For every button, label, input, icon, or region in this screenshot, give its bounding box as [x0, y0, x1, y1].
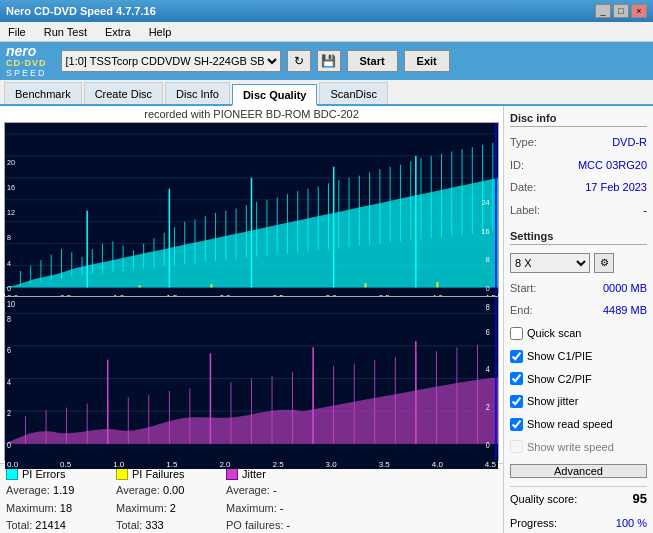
close-button[interactable]: ×	[631, 4, 647, 18]
jitter-avg-row: Average: -	[226, 482, 316, 500]
end-mb-value: 4489 MB	[603, 301, 647, 320]
quality-score-value: 95	[633, 491, 647, 506]
main-content: recorded with PIONEER BD-ROM BDC-202	[0, 106, 653, 533]
advanced-button[interactable]: Advanced	[510, 464, 647, 478]
disc-info-title: Disc info	[510, 112, 647, 127]
menu-run-test[interactable]: Run Test	[40, 24, 91, 40]
show-c1pie-row: Show C1/PIE	[510, 347, 647, 366]
disc-type-value: DVD-R	[612, 133, 647, 152]
svg-text:4: 4	[486, 365, 490, 375]
svg-text:8: 8	[7, 314, 11, 324]
start-button[interactable]: Start	[347, 50, 398, 72]
tab-scandisc[interactable]: ScanDisc	[319, 82, 387, 104]
pi-errors-group: PI Errors Average: 1.19 Maximum: 18 Tota…	[6, 468, 96, 529]
pi-errors-legend: PI Errors	[6, 468, 96, 480]
disc-id-value: MCC 03RG20	[578, 156, 647, 175]
show-c2pif-checkbox[interactable]	[510, 372, 523, 385]
show-jitter-checkbox[interactable]	[510, 395, 523, 408]
jitter-legend: Jitter	[226, 468, 316, 480]
svg-rect-61	[139, 285, 141, 287]
pi-errors-label: PI Errors	[22, 468, 65, 480]
save-icon-button[interactable]: 💾	[317, 50, 341, 72]
maximize-button[interactable]: □	[613, 4, 629, 18]
exit-button[interactable]: Exit	[404, 50, 450, 72]
show-c1pie-label: Show C1/PIE	[527, 347, 592, 366]
progress-row: Progress: 100 %	[510, 514, 647, 533]
show-read-row: Show read speed	[510, 415, 647, 434]
tab-create-disc[interactable]: Create Disc	[84, 82, 163, 104]
end-mb-row: End: 4489 MB	[510, 301, 647, 320]
disc-date-row: Date: 17 Feb 2023	[510, 178, 647, 197]
tab-disc-quality[interactable]: Disc Quality	[232, 84, 318, 106]
menu-file[interactable]: File	[4, 24, 30, 40]
pi-failures-legend-box	[116, 468, 128, 480]
drive-selector[interactable]: [1:0] TSSTcorp CDDVDW SH-224GB SB00	[61, 50, 281, 72]
show-jitter-row: Show jitter	[510, 392, 647, 411]
jitter-po-row: PO failures: -	[226, 517, 316, 533]
quick-scan-checkbox[interactable]	[510, 327, 523, 340]
jitter-label: Jitter	[242, 468, 266, 480]
svg-text:10: 10	[7, 299, 15, 309]
right-panel: Disc info Type: DVD-R ID: MCC 03RG20 Dat…	[503, 106, 653, 533]
minimize-button[interactable]: _	[595, 4, 611, 18]
svg-text:4: 4	[7, 377, 11, 387]
refresh-icon-button[interactable]: ↻	[287, 50, 311, 72]
titlebar: Nero CD-DVD Speed 4.7.7.16 _ □ ×	[0, 0, 653, 22]
stats-area: PI Errors Average: 1.19 Maximum: 18 Tota…	[0, 463, 503, 533]
show-c1pie-checkbox[interactable]	[510, 350, 523, 363]
disc-date-label: Date:	[510, 178, 536, 197]
show-c2pif-label: Show C2/PIF	[527, 370, 592, 389]
svg-text:8: 8	[486, 255, 490, 264]
jitter-group: Jitter Average: - Maximum: - PO failures…	[226, 468, 316, 529]
svg-rect-62	[210, 284, 212, 287]
jitter-legend-box	[226, 468, 238, 480]
tabbar: Benchmark Create Disc Disc Info Disc Qua…	[0, 80, 653, 106]
toolbar: nero CD·DVD SPEED [1:0] TSSTcorp CDDVDW …	[0, 42, 653, 80]
disc-label-value: -	[643, 201, 647, 220]
menu-extra[interactable]: Extra	[101, 24, 135, 40]
pi-failures-label: PI Failures	[132, 468, 185, 480]
titlebar-buttons: _ □ ×	[595, 4, 647, 18]
svg-text:6: 6	[7, 346, 11, 356]
svg-text:24: 24	[482, 198, 490, 207]
settings-title: Settings	[510, 230, 647, 245]
end-mb-label: End:	[510, 301, 533, 320]
pi-errors-total-row: Total: 21414	[6, 517, 96, 533]
show-jitter-label: Show jitter	[527, 392, 578, 411]
svg-text:20: 20	[7, 157, 15, 166]
logo-speed: SPEED	[6, 68, 47, 78]
logo-nero: nero	[6, 44, 36, 58]
settings-icon-button[interactable]: ⚙	[594, 253, 614, 273]
svg-text:8: 8	[486, 302, 490, 312]
svg-rect-64	[436, 282, 438, 287]
tab-benchmark[interactable]: Benchmark	[4, 82, 82, 104]
pi-errors-legend-box	[6, 468, 18, 480]
pi-failures-max-row: Maximum: 2	[116, 500, 206, 518]
show-c2pif-row: Show C2/PIF	[510, 370, 647, 389]
show-write-label: Show write speed	[527, 438, 614, 457]
menu-help[interactable]: Help	[145, 24, 176, 40]
chart-title: recorded with PIONEER BD-ROM BDC-202	[4, 108, 499, 120]
svg-text:0: 0	[7, 440, 11, 450]
tab-disc-info[interactable]: Disc Info	[165, 82, 230, 104]
quick-scan-label: Quick scan	[527, 324, 581, 343]
app-logo: nero CD·DVD SPEED	[6, 44, 47, 78]
disc-label-row: Label: -	[510, 201, 647, 220]
lower-chart: 0 2 4 6 8 10 0 2 4 6 8	[5, 297, 498, 460]
speed-selector[interactable]: 8 X	[510, 253, 590, 273]
quality-score-row: Quality score: 95	[510, 486, 647, 506]
chart-area: recorded with PIONEER BD-ROM BDC-202	[0, 106, 503, 463]
svg-text:16: 16	[7, 183, 15, 192]
pi-failures-total-row: Total: 333	[116, 517, 206, 533]
speed-select-row: 8 X ⚙	[510, 253, 647, 273]
pi-failures-group: PI Failures Average: 0.00 Maximum: 2 Tot…	[116, 468, 206, 529]
disc-id-label: ID:	[510, 156, 524, 175]
show-read-checkbox[interactable]	[510, 418, 523, 431]
svg-text:16: 16	[482, 227, 490, 236]
progress-value: 100 %	[616, 514, 647, 533]
pi-errors-max-row: Maximum: 18	[6, 500, 96, 518]
quick-scan-row: Quick scan	[510, 324, 647, 343]
progress-label: Progress:	[510, 514, 557, 533]
svg-text:12: 12	[7, 208, 15, 217]
show-write-row: Show write speed	[510, 438, 647, 457]
